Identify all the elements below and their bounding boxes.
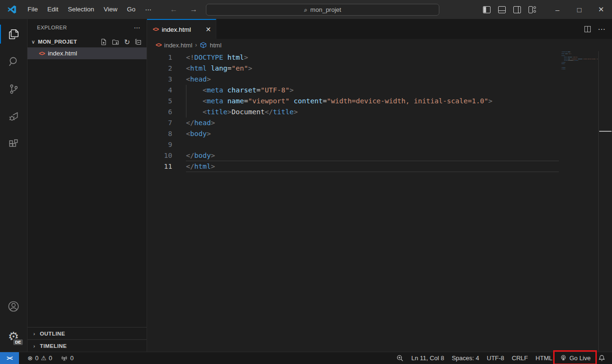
new-file-icon[interactable]	[100, 38, 107, 46]
code-line-3[interactable]: 3<head>	[147, 74, 612, 85]
indent-guide	[186, 85, 186, 96]
minimize-button[interactable]: –	[547, 0, 568, 19]
source-control-icon	[8, 83, 20, 95]
code-line-5[interactable]: 5 <meta name="viewport" content="width=d…	[147, 96, 612, 107]
menu-go[interactable]: Go	[122, 3, 140, 16]
indent-guide	[186, 96, 186, 107]
timeline-section[interactable]: › TIMELINE	[28, 339, 147, 352]
toggle-panel-icon[interactable]	[498, 6, 506, 13]
activity-search-button[interactable]	[0, 49, 28, 74]
error-icon: ⊗	[28, 355, 33, 362]
menu-overflow-icon[interactable]: ⋯	[140, 6, 157, 13]
editor-more-actions-icon[interactable]: ⋯	[598, 25, 605, 34]
new-folder-icon[interactable]	[112, 38, 119, 46]
line-number: 6	[147, 107, 172, 118]
split-editor-icon[interactable]	[584, 26, 591, 33]
file-item-index-html[interactable]: <> index.html	[28, 47, 147, 59]
activity-explorer-button[interactable]	[0, 22, 28, 46]
collapse-all-icon[interactable]	[135, 38, 142, 46]
vscode-window: FileEditSelectionViewGo ⋯ ← → ⌕ mon_proj…	[0, 0, 612, 364]
outline-section[interactable]: › OUTLINE	[28, 327, 147, 339]
cursor-position[interactable]: Ln 11, Col 8	[408, 352, 448, 364]
line-number: 9	[147, 139, 172, 150]
folder-name: MON_PROJET	[38, 39, 99, 45]
nav-back-icon[interactable]: ←	[170, 5, 177, 14]
notifications-button[interactable]	[594, 352, 609, 364]
ports-indicator[interactable]: 0	[57, 352, 77, 364]
activity-source-control-button[interactable]	[0, 77, 28, 101]
breadcrumb-separator: ›	[195, 42, 197, 48]
account-icon	[7, 300, 20, 313]
ports-count: 0	[70, 355, 74, 362]
radio-tower-icon	[61, 355, 68, 362]
line-number: 2	[147, 63, 172, 74]
minimap[interactable]: <!DOCTYPE html><html lang="en"><head> <m…	[561, 51, 598, 352]
tab-index-html[interactable]: <> index.html ✕	[147, 19, 216, 39]
activity-bar: ⚙ DE	[0, 19, 28, 352]
keyboard-layout-badge: DE	[12, 338, 24, 346]
code-line-1[interactable]: 1<!DOCTYPE html>	[147, 52, 612, 63]
debug-icon	[8, 110, 20, 123]
eol-sequence[interactable]: CRLF	[508, 352, 532, 364]
activity-extensions-button[interactable]	[0, 132, 28, 156]
accounts-button[interactable]	[0, 294, 28, 318]
encoding[interactable]: UTF-8	[483, 352, 508, 364]
toggle-secondary-sidebar-icon[interactable]	[513, 6, 521, 13]
broadcast-icon	[560, 355, 567, 362]
close-button[interactable]: ✕	[590, 0, 612, 19]
code-line-11[interactable]: 11</html>	[147, 161, 612, 172]
error-count: 0	[35, 355, 38, 362]
timeline-label: TIMELINE	[40, 343, 67, 349]
menu-file[interactable]: File	[23, 3, 43, 16]
code-line-9[interactable]: 9	[147, 139, 612, 150]
chevron-right-icon: ›	[30, 343, 38, 349]
warning-icon: ⚠	[41, 355, 46, 362]
settings-button[interactable]: ⚙ DE	[0, 324, 28, 349]
explorer-more-actions-icon[interactable]: ⋯	[134, 24, 141, 31]
indent-guide	[186, 107, 186, 118]
code-line-10[interactable]: 10</body>	[147, 150, 612, 161]
code-line-8[interactable]: 8<body>	[147, 128, 612, 139]
search-icon	[8, 55, 20, 68]
nav-forward-icon[interactable]: →	[190, 5, 197, 14]
code-line-4[interactable]: 4 <meta charset="UTF-8">	[147, 85, 612, 96]
indentation[interactable]: Spaces: 4	[448, 352, 483, 364]
toggle-sidebar-icon[interactable]	[483, 6, 491, 13]
overview-ruler[interactable]	[598, 51, 599, 352]
code-line-6[interactable]: 6 <title>Document</title>	[147, 107, 612, 118]
refresh-icon[interactable]: ↻	[124, 38, 130, 46]
breadcrumb-file[interactable]: index.html	[164, 42, 192, 49]
editor-group: <> index.html ✕ ⋯ <> index.html › html 1…	[147, 19, 612, 352]
line-number: 10	[147, 150, 172, 161]
zoom-indicator[interactable]	[392, 352, 408, 364]
customize-layout-icon[interactable]	[529, 6, 536, 13]
line-number: 3	[147, 74, 172, 85]
line-number: 11	[147, 161, 172, 172]
folder-section-header[interactable]: ∨ MON_PROJET ↻	[28, 36, 147, 47]
code-line-7[interactable]: 7</head>	[147, 118, 612, 128]
html-file-icon: <>	[156, 42, 161, 48]
go-live-button[interactable]: Go Live	[556, 352, 594, 364]
close-tab-icon[interactable]: ✕	[205, 26, 211, 33]
activity-run-debug-button[interactable]	[0, 104, 28, 129]
language-mode[interactable]: HTML	[532, 352, 556, 364]
maximize-button[interactable]: □	[568, 0, 590, 19]
warning-count: 0	[49, 355, 52, 362]
line-number: 4	[147, 85, 172, 96]
line-number: 5	[147, 96, 172, 107]
command-center-search[interactable]: ⌕ mon_projet	[206, 4, 439, 16]
cursor-position-marker	[599, 131, 612, 132]
menu-edit[interactable]: Edit	[43, 3, 63, 16]
explorer-sidebar: EXPLORER ⋯ ∨ MON_PROJET ↻ <> index.html	[28, 19, 147, 352]
breadcrumb-symbol[interactable]: html	[210, 42, 222, 49]
menu-selection[interactable]: Selection	[63, 3, 99, 16]
code-line-2[interactable]: 2<html lang="en">	[147, 63, 612, 74]
chevron-right-icon: ›	[30, 331, 38, 337]
tab-label: index.html	[162, 26, 191, 33]
problems-indicator[interactable]: ⊗ 0 ⚠ 0	[24, 352, 56, 364]
line-number: 8	[147, 128, 172, 139]
code-editor[interactable]: 1<!DOCTYPE html>2<html lang="en">3<head>…	[147, 51, 612, 352]
menu-view[interactable]: View	[99, 3, 122, 16]
remote-indicator[interactable]: ><	[0, 352, 19, 364]
breadcrumb[interactable]: <> index.html › html	[147, 39, 612, 51]
